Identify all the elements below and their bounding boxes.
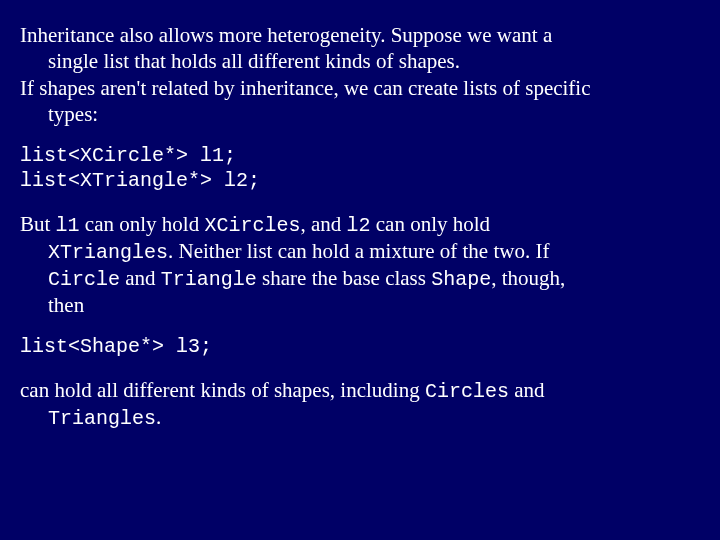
code-line: list<XTriangle*> l2; — [20, 168, 700, 193]
paragraph-1: Inheritance also allows more heterogenei… — [20, 22, 700, 75]
text: and — [120, 266, 161, 290]
text: . Neither list can hold a mixture of the… — [168, 239, 549, 263]
code-block-1: list<XCircle*> l1; list<XTriangle*> l2; — [20, 143, 700, 193]
code-line: list<Shape*> l3; — [20, 334, 700, 359]
code-inline: Circles — [425, 380, 509, 403]
text: can only hold — [371, 212, 491, 236]
slide-content: Inheritance also allows more heterogenei… — [0, 0, 720, 467]
text: types: — [20, 101, 700, 127]
text: and — [509, 378, 545, 402]
code-inline: Triangle — [161, 268, 257, 291]
code-block-2: list<Shape*> l3; — [20, 334, 700, 359]
code-inline: Triangles — [48, 407, 156, 430]
text: single list that holds all different kin… — [20, 48, 700, 74]
code-inline: Shape — [431, 268, 491, 291]
text-line: Triangles. — [20, 404, 700, 431]
paragraph-4: can hold all different kinds of shapes, … — [20, 377, 700, 431]
text: Inheritance also allows more heterogenei… — [20, 23, 552, 47]
text: can only hold — [80, 212, 205, 236]
text: can hold all different kinds of shapes, … — [20, 378, 425, 402]
text-line: XTriangles. Neither list can hold a mixt… — [20, 238, 700, 265]
text: share the base class — [257, 266, 431, 290]
text: , and — [300, 212, 346, 236]
paragraph-2: If shapes aren't related by inheritance,… — [20, 75, 700, 128]
text: But — [20, 212, 56, 236]
text-line: Circle and Triangle share the base class… — [20, 265, 700, 292]
code-inline: XCircles — [204, 214, 300, 237]
code-inline: XTriangles — [48, 241, 168, 264]
text: . — [156, 405, 161, 429]
code-line: list<XCircle*> l1; — [20, 143, 700, 168]
code-inline: Circle — [48, 268, 120, 291]
text: If shapes aren't related by inheritance,… — [20, 76, 591, 100]
paragraph-3: But l1 can only hold XCircles, and l2 ca… — [20, 211, 700, 318]
code-inline: l1 — [56, 214, 80, 237]
code-inline: l2 — [347, 214, 371, 237]
text: then — [20, 292, 700, 318]
text: , though, — [491, 266, 565, 290]
